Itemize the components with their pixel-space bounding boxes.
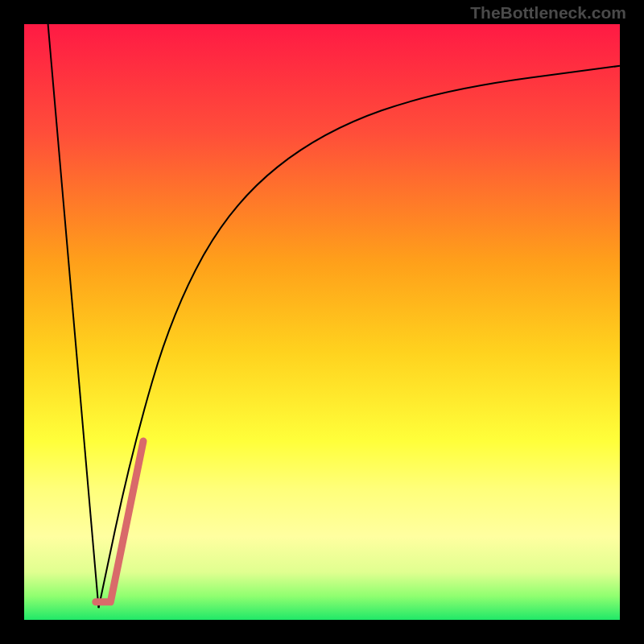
watermark-text: TheBottleneck.com (470, 3, 626, 23)
gradient-background (24, 24, 620, 620)
chart-container: TheBottleneck.com (0, 0, 644, 644)
svg-rect-0 (24, 24, 620, 620)
plot-area (24, 24, 620, 620)
